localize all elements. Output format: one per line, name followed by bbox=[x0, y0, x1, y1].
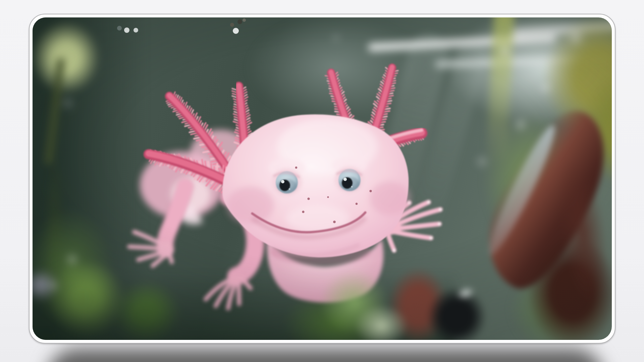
axolotl-photo bbox=[33, 17, 612, 340]
photo-vignette bbox=[33, 17, 612, 340]
page-background bbox=[0, 0, 644, 362]
photo-card bbox=[29, 14, 615, 344]
card-drop-shadow bbox=[47, 349, 604, 362]
